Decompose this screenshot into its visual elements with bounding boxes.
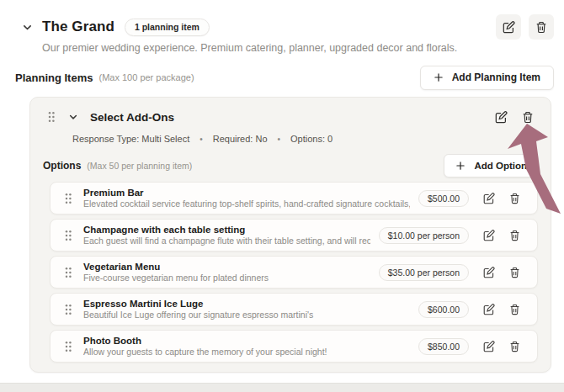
delete-option-button[interactable] (509, 230, 520, 241)
option-name: Espresso Martini Ice Luge (83, 298, 410, 310)
chevron-down-icon (68, 112, 78, 122)
option-text: Vegetarian Menu Five-course vegetarian m… (83, 261, 370, 284)
drag-handle[interactable] (47, 111, 56, 123)
option-row: Vegetarian Menu Five-course vegetarian m… (50, 256, 538, 289)
edit-icon (483, 304, 495, 315)
add-option-button[interactable]: Add Option (444, 154, 539, 177)
option-description: Five-course vegetarian menu for plated d… (83, 273, 370, 283)
delete-package-button[interactable] (529, 14, 554, 40)
drag-handle[interactable] (64, 304, 72, 315)
edit-option-button[interactable] (483, 267, 495, 278)
planning-item-header: Select Add-Ons (47, 109, 534, 125)
planning-items-limit-note: (Max 100 per package) (98, 72, 194, 82)
collapse-planning-item-button[interactable] (67, 110, 80, 124)
delete-option-button[interactable] (509, 193, 520, 204)
planning-item-meta: Response Type: Multi Select • Required: … (72, 134, 333, 144)
drag-handle-icon (64, 193, 72, 204)
collapse-package-button[interactable] (20, 20, 35, 34)
option-description: Allow your guests to capture the memory … (83, 347, 410, 358)
option-description: Beautiful Ice Luge offering our signatur… (83, 310, 410, 320)
option-name: Champagne with each table setting (83, 224, 370, 236)
option-row: Espresso Martini Ice Luge Beautiful Ice … (50, 293, 538, 326)
response-type-value: Response Type: Multi Select (72, 134, 189, 144)
planning-item-count-badge: 1 planning item (125, 19, 210, 36)
edit-package-button[interactable] (496, 14, 521, 40)
package-editor-screen: The Grand 1 planning item Our premier we… (0, 0, 564, 392)
drag-handle-icon (64, 304, 72, 315)
option-row: Champagne with each table setting Each g… (50, 219, 538, 252)
option-description: Each guest will find a champagne flute w… (83, 236, 370, 246)
edit-icon (483, 193, 495, 204)
option-price-badge: $500.00 (418, 190, 469, 207)
drag-handle[interactable] (64, 193, 72, 204)
next-section-edge (0, 383, 564, 392)
drag-handle-icon (64, 267, 72, 278)
option-list: Premium Bar Elevated cocktail service fe… (50, 182, 538, 367)
trash-icon (522, 111, 534, 124)
option-text: Premium Bar Elevated cocktail service fe… (83, 187, 410, 210)
options-section-header: Options (Max 50 per planning item) Add O… (43, 153, 539, 178)
edit-option-button[interactable] (483, 304, 495, 315)
option-description: Elevated cocktail service featuring top-… (83, 199, 410, 209)
edit-icon (483, 341, 495, 352)
chevron-down-icon (22, 22, 33, 33)
planning-items-section-header: Planning Items (Max 100 per package) Add… (15, 65, 554, 90)
edit-option-button[interactable] (483, 193, 495, 204)
meta-separator: • (200, 135, 203, 144)
add-planning-item-label: Add Planning Item (452, 72, 540, 83)
option-text: Photo Booth Allow your guests to capture… (83, 335, 410, 358)
edit-icon (483, 267, 495, 278)
trash-icon (509, 341, 520, 352)
delete-option-button[interactable] (509, 341, 520, 352)
option-price-badge: $850.00 (418, 338, 469, 355)
option-price-badge: $35.00 per person (379, 264, 469, 281)
edit-icon (495, 111, 508, 124)
option-name: Vegetarian Menu (83, 261, 370, 273)
planning-items-label: Planning Items (15, 72, 93, 84)
options-label: Options (43, 160, 81, 172)
edit-planning-item-button[interactable] (495, 111, 508, 124)
option-price-badge: $10.00 per person (379, 227, 469, 244)
drag-handle[interactable] (64, 267, 72, 278)
delete-option-button[interactable] (509, 304, 520, 315)
package-description: Our premier wedding experience. Premium … (42, 42, 530, 54)
package-header: The Grand 1 planning item (20, 13, 554, 41)
trash-icon (509, 230, 520, 241)
option-row: Photo Booth Allow your guests to capture… (50, 330, 538, 363)
required-value: Required: No (213, 134, 268, 144)
option-name: Premium Bar (83, 187, 410, 199)
option-price-badge: $600.00 (418, 301, 469, 318)
plus-icon (455, 161, 466, 171)
edit-icon (503, 21, 515, 34)
planning-item-title: Select Add-Ons (90, 111, 174, 124)
add-option-label: Add Option (474, 161, 527, 171)
drag-handle-icon (64, 230, 72, 241)
drag-handle-icon (64, 341, 72, 352)
add-planning-item-button[interactable]: Add Planning Item (420, 66, 554, 90)
edit-icon (483, 230, 495, 241)
trash-icon (509, 193, 520, 204)
trash-icon (509, 267, 520, 278)
option-row: Premium Bar Elevated cocktail service fe… (50, 182, 538, 215)
delete-planning-item-button[interactable] (522, 111, 534, 124)
options-count-value: Options: 0 (290, 134, 333, 144)
trash-icon (509, 304, 520, 315)
option-text: Champagne with each table setting Each g… (83, 224, 370, 247)
option-name: Photo Booth (83, 335, 410, 347)
options-limit-note: (Max 50 per planning item) (87, 161, 192, 171)
drag-handle-icon (47, 111, 56, 123)
drag-handle[interactable] (64, 341, 72, 352)
option-text: Espresso Martini Ice Luge Beautiful Ice … (83, 298, 410, 321)
meta-separator: • (278, 135, 281, 144)
edit-option-button[interactable] (483, 341, 495, 352)
drag-handle[interactable] (64, 230, 72, 241)
edit-option-button[interactable] (483, 230, 495, 241)
planning-item-card: Select Add-Ons Response Type: Multi Sele… (29, 97, 551, 373)
package-title: The Grand (42, 19, 114, 35)
delete-option-button[interactable] (509, 267, 520, 278)
trash-icon (535, 21, 547, 34)
plus-icon (434, 72, 444, 82)
